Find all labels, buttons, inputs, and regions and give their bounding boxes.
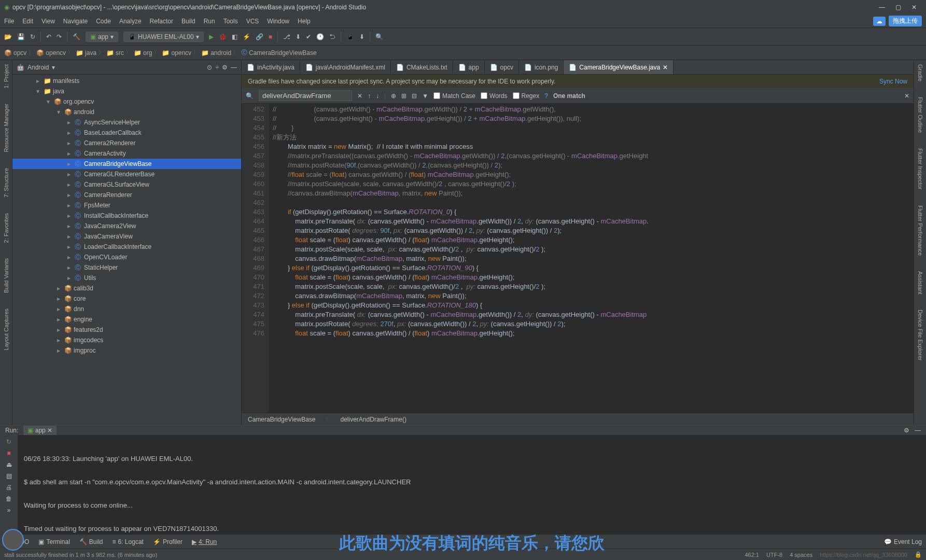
tree-node[interactable]: ▸ⒸInstallCallbackInterface [12, 211, 241, 221]
filter-icon[interactable]: ▼ [422, 92, 428, 100]
tree-node[interactable]: ▸📦dnn [12, 304, 241, 314]
tree-node[interactable]: ▸ⒸFpsMeter [12, 200, 241, 211]
rollback-icon[interactable]: ⮌ [329, 33, 335, 40]
close-icon[interactable]: ✕ [663, 64, 668, 71]
menu-run[interactable]: Run [204, 18, 215, 25]
tree-node[interactable]: ▸ⒸOpenCVLoader [12, 252, 241, 262]
menu-code[interactable]: Code [96, 18, 111, 25]
save-icon[interactable]: 💾 [17, 33, 25, 40]
open-icon[interactable]: 📂 [4, 33, 12, 40]
print-icon[interactable]: 🖨 [6, 484, 12, 491]
run-config-combo[interactable]: ▣ app ▾ [86, 32, 118, 42]
stop-icon[interactable]: ■ [269, 33, 272, 40]
crumb-3[interactable]: 📁src〉 [106, 48, 132, 57]
menu-view[interactable]: View [41, 18, 55, 25]
tree-node[interactable]: ▸📦imgproc [12, 345, 241, 356]
hammer-icon[interactable]: 🔨 [73, 33, 80, 40]
tree-node[interactable]: ▸ⒸCameraBridgeViewBase [12, 159, 241, 169]
editor-tab[interactable]: 📄CameraBridgeViewBase.java✕ [564, 60, 674, 74]
close-icon[interactable]: ✕ [911, 4, 917, 11]
tree-node[interactable]: ▸ⒸAsyncServiceHelper [12, 117, 241, 128]
tree-options-icon[interactable]: ⊙ [207, 64, 212, 71]
vcs-icon[interactable]: ⎇ [283, 33, 290, 40]
menu-window[interactable]: Window [267, 18, 289, 25]
device-combo[interactable]: 📱 HUAWEI EML-AL00 ▾ [123, 32, 204, 42]
regex-check[interactable]: Regex [513, 92, 540, 100]
menu-edit[interactable]: Edit [22, 18, 33, 25]
layout-icon[interactable]: ▤ [6, 472, 12, 480]
tab-structure[interactable]: 7: Structure [3, 168, 9, 198]
words-check[interactable]: Words [481, 92, 507, 100]
tree-node[interactable]: ▸ⒸCameraRenderer [12, 190, 241, 200]
tab-flutter-outline[interactable]: Flutter Outline [917, 97, 923, 133]
editor-tab[interactable]: 📄opcv [485, 60, 519, 74]
undo-icon[interactable]: ↶ [46, 33, 51, 40]
editor-tab[interactable]: 📄app [453, 60, 485, 74]
menu-navigate[interactable]: Navigate [63, 18, 88, 25]
menu-build[interactable]: Build [181, 18, 195, 25]
menu-refactor[interactable]: Refactor [150, 18, 173, 25]
editor-tab[interactable]: 📄java\AndroidManifest.xml [300, 60, 391, 74]
tab-flutter-inspector[interactable]: Flutter Inspector [917, 148, 923, 189]
tree-node[interactable]: ▸ⒸUtils [12, 273, 241, 283]
editor-tab[interactable]: 📄inActivity.java [242, 60, 300, 74]
find-prev-icon[interactable]: ↑ [368, 92, 371, 100]
avatar[interactable] [2, 529, 24, 551]
tree-node[interactable]: ▸📦core [12, 293, 241, 304]
find-help-icon[interactable]: ? [544, 92, 548, 100]
find-select-icon[interactable]: ⊞ [401, 92, 406, 100]
run-hide-icon[interactable]: — [915, 427, 921, 434]
tree-node[interactable]: ▸ⒸJavaCamera2View [12, 221, 241, 231]
tree-node[interactable]: ▾📁java [12, 86, 241, 96]
findbar-close-icon[interactable]: ✕ [904, 92, 909, 100]
tree-node[interactable]: ▸📦calib3d [12, 283, 241, 293]
tab-layout-captures[interactable]: Layout Captures [3, 309, 9, 351]
debug-icon[interactable]: 🐞 [219, 33, 227, 40]
update-icon[interactable]: ⬇ [296, 33, 301, 40]
match-case-check[interactable]: Match Case [433, 92, 475, 100]
tree-node[interactable]: ▸ⒸCameraGLRendererBase [12, 169, 241, 179]
sync-now-link[interactable]: Sync Now [879, 78, 907, 85]
tree-node[interactable]: ▸📦engine [12, 314, 241, 325]
crumb-6[interactable]: 📁android〉 [201, 48, 239, 57]
tab-flutter-performance[interactable]: Flutter Performance [917, 205, 923, 256]
tab-device-file-explorer[interactable]: Device File Explorer [917, 310, 923, 360]
tree-settings-icon[interactable]: ⚙ [222, 64, 228, 71]
tree-node[interactable]: ▸ⒸStaticHelper [12, 262, 241, 273]
tree-node[interactable]: ▸ⒸBaseLoaderCallback [12, 128, 241, 138]
nav-method[interactable]: deliverAndDrawFrame() [341, 416, 406, 423]
chevron-down-icon[interactable]: ▾ [52, 64, 55, 71]
tree-node[interactable]: ▸ⒸCameraActivity [12, 148, 241, 159]
find-next-icon[interactable]: ↓ [376, 92, 379, 100]
commit-icon[interactable]: ✔ [306, 33, 311, 40]
profiler-icon[interactable]: ⚡ [243, 33, 250, 40]
tab-assistant[interactable]: Assistant [917, 271, 923, 295]
crumb-5[interactable]: 📁opencv〉 [162, 48, 199, 57]
stop-icon[interactable]: ■ [7, 450, 10, 457]
tab-project[interactable]: 1: Project [3, 64, 9, 88]
tree-node[interactable]: ▾📦android [12, 107, 241, 117]
run-tab-app[interactable]: ▣ app ✕ [23, 426, 57, 435]
tab-resource-manager[interactable]: Resource Manager [3, 104, 9, 152]
menu-tools[interactable]: Tools [223, 18, 238, 25]
rerun-icon[interactable]: ↻ [6, 438, 11, 445]
upload-button[interactable]: 拖拽上传 [889, 16, 922, 26]
run-icon[interactable]: ▶ [209, 33, 214, 40]
crumb-0[interactable]: 📦opcv〉 [4, 48, 34, 57]
tree-node[interactable]: ▸📦features2d [12, 325, 241, 335]
editor-tab[interactable]: 📄CMakeLists.txt [391, 60, 453, 74]
find-remove-icon[interactable]: ⊟ [412, 92, 417, 100]
search-icon[interactable]: 🔍 [375, 33, 383, 40]
editor-tab[interactable]: 📄icon.png [519, 60, 564, 74]
attach-icon[interactable]: 🔗 [256, 33, 263, 40]
crumb-4[interactable]: 📁org〉 [134, 48, 160, 57]
tree-node[interactable]: ▸📁manifests [12, 76, 241, 86]
tree-collapse-icon[interactable]: ÷ [215, 64, 219, 71]
sdk-icon[interactable]: ⬇ [359, 33, 364, 40]
maximize-icon[interactable]: ▢ [895, 4, 901, 11]
tab-build-variants[interactable]: Build Variants [3, 258, 9, 293]
close-icon[interactable]: ✕ [47, 427, 52, 434]
refresh-icon[interactable]: ↻ [30, 33, 35, 40]
tab-gradle[interactable]: Gradle [917, 64, 923, 81]
tree-node[interactable]: ▸ⒸCameraGLSurfaceView [12, 179, 241, 190]
